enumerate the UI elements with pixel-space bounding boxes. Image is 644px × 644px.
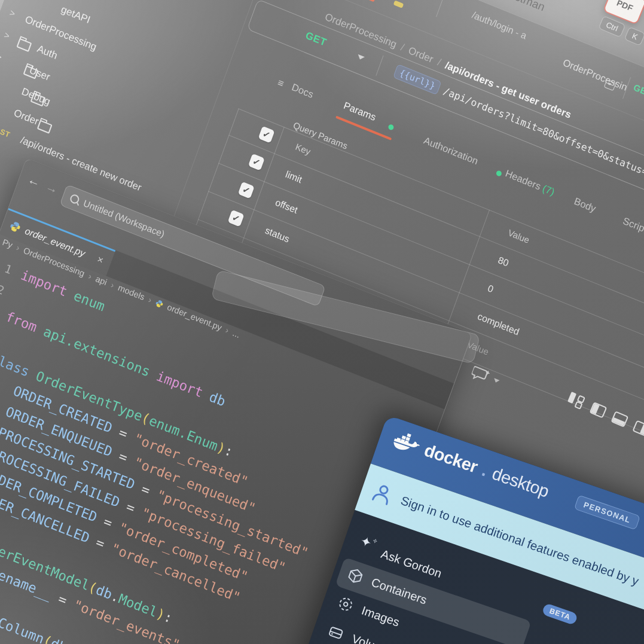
images-icon <box>336 594 356 614</box>
param-key[interactable]: offset <box>274 197 299 215</box>
breadcrumb-item[interactable]: ... <box>231 328 242 339</box>
breadcrumb-separator: / <box>436 56 442 69</box>
folder-icon <box>37 120 53 134</box>
tab-orderprocessing[interactable]: OrderProcessin <box>561 57 629 93</box>
value-column-header: Value <box>506 227 530 245</box>
tab-docs[interactable]: Docs <box>290 81 315 100</box>
breadcrumb-chevron: › <box>224 325 230 335</box>
row-checkbox[interactable]: ✓ <box>238 182 255 199</box>
breadcrumb-chevron: › <box>15 243 21 253</box>
sidebar-folder-order[interactable]: Order <box>12 107 40 128</box>
scene: getAPI > OrderProcessing > Auth > User >… <box>0 0 644 644</box>
tab-headers[interactable]: Headers (7) <box>504 167 556 198</box>
param-value[interactable]: 0 <box>486 283 495 295</box>
docker-logo-dot: . <box>480 460 490 480</box>
post-method-badge: POST <box>0 123 11 139</box>
forward-arrow[interactable]: → <box>44 179 60 197</box>
tab-scripts[interactable]: Scripts <box>621 215 644 237</box>
close-icon[interactable]: × <box>96 253 105 266</box>
param-key[interactable]: limit <box>284 169 304 185</box>
docs-icon: ≡ <box>276 77 285 90</box>
nav-images[interactable]: Images <box>360 604 402 630</box>
active-tab-underline <box>335 116 392 141</box>
docker-logo-word2: desktop <box>490 463 551 501</box>
breadcrumb-chevron: › <box>87 271 93 281</box>
select-all-checkbox[interactable]: ✓ <box>258 126 275 144</box>
chevron-icon[interactable]: > <box>0 51 4 62</box>
chevron-down-icon[interactable] <box>356 54 365 61</box>
tab-params[interactable]: Params <box>342 100 377 123</box>
tab-method-fragment-red <box>362 0 375 2</box>
tab-method-fragment-yellow <box>393 0 404 8</box>
person-icon <box>370 481 395 506</box>
back-arrow[interactable]: ← <box>26 172 42 190</box>
tab-body[interactable]: Body <box>573 196 597 215</box>
row-checkbox[interactable]: ✓ <box>228 210 245 227</box>
headers-label: Headers <box>504 167 542 191</box>
volumes-icon <box>326 622 346 642</box>
python-icon <box>8 219 22 234</box>
param-key[interactable]: status <box>264 225 291 245</box>
urlbar-separator <box>376 56 383 76</box>
tab-separator <box>436 0 444 17</box>
docker-logo-word1: docker <box>422 440 480 477</box>
row-checkbox[interactable]: ✓ <box>248 154 265 171</box>
nav-volumes[interactable]: Volumes <box>350 632 398 644</box>
authorization-dot <box>496 170 502 177</box>
method-selector[interactable]: GET <box>304 29 328 48</box>
docker-whale-icon <box>390 428 423 457</box>
chevron-icon[interactable]: > <box>3 29 11 41</box>
screenshot-canvas: getAPI > OrderProcessing > Auth > User >… <box>0 0 644 644</box>
headers-count: (7) <box>541 182 556 197</box>
chevron-icon[interactable]: > <box>8 7 17 19</box>
ask-gordon-icon: ✦✧ <box>358 533 379 554</box>
sidebar-folder-auth[interactable]: Auth <box>35 43 59 62</box>
beta-badge: BETA <box>542 603 579 625</box>
sidebar-item-getapi[interactable]: getAPI <box>59 4 91 26</box>
plan-badge: PERSONAL <box>574 495 640 530</box>
python-icon <box>155 298 165 309</box>
breadcrumb-separator: / <box>399 41 405 54</box>
url-variable-chip: {{url}} <box>393 64 442 95</box>
breadcrumb-chevron: › <box>147 295 153 305</box>
k-keycap: K <box>624 27 644 46</box>
sidebar-folder-debug[interactable]: Debug <box>20 86 51 108</box>
folder-icon <box>16 38 32 52</box>
tab-get-fragment[interactable]: GET <box>632 82 644 99</box>
param-value[interactable]: 80 <box>496 255 510 269</box>
tab-auth-login[interactable]: /auth/login - a <box>471 10 528 41</box>
key-column-header: Key <box>294 141 312 157</box>
sidebar-folder-user[interactable]: User <box>28 64 51 83</box>
breadcrumb-chevron: › <box>109 280 115 290</box>
chevron-down-icon <box>493 378 499 383</box>
params-modified-dot <box>387 124 394 131</box>
comment-bubble-icon <box>470 364 492 385</box>
search-icon <box>69 193 80 205</box>
tab-authorization[interactable]: Authorization <box>422 135 480 167</box>
